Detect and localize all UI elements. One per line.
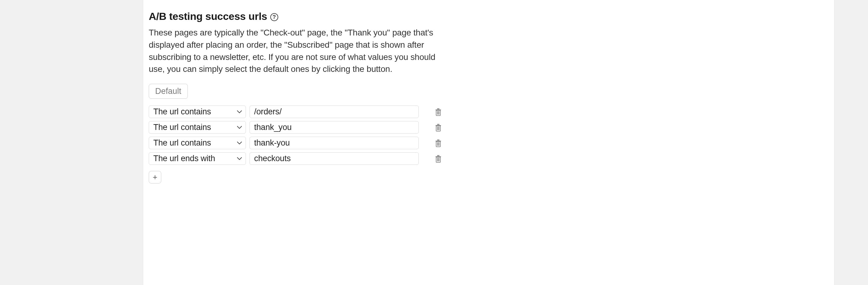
rules-list: The url containsThe url containsThe url …: [149, 106, 445, 165]
condition-select-display[interactable]: The url contains: [149, 121, 246, 134]
condition-label: The url ends with: [153, 154, 215, 163]
condition-select[interactable]: The url contains: [149, 106, 246, 118]
rule-row: The url ends with: [149, 152, 445, 165]
condition-select[interactable]: The url contains: [149, 121, 246, 134]
section-title: A/B testing success urls: [149, 10, 267, 22]
section-description: These pages are typically the "Check-out…: [149, 27, 445, 75]
left-sidebar-gutter: [0, 0, 127, 285]
trash-icon: [435, 108, 442, 116]
url-value-input[interactable]: [250, 106, 419, 118]
svg-rect-11: [437, 139, 439, 140]
delete-rule-button[interactable]: [431, 139, 445, 147]
condition-label: The url contains: [153, 138, 211, 148]
delete-rule-button[interactable]: [431, 154, 445, 163]
url-value-input[interactable]: [250, 121, 419, 134]
default-button[interactable]: Default: [149, 84, 188, 99]
add-rule-button[interactable]: +: [149, 171, 161, 183]
url-value-input[interactable]: [250, 137, 419, 149]
main-card-wrapper: A/B testing success urls ? These pages a…: [127, 0, 850, 285]
trash-icon: [435, 154, 442, 163]
url-value-input[interactable]: [250, 152, 419, 165]
trash-icon: [435, 123, 442, 132]
condition-label: The url contains: [153, 123, 211, 132]
section-heading-row: A/B testing success urls ?: [149, 10, 834, 22]
condition-label: The url contains: [153, 107, 211, 116]
rule-row: The url contains: [149, 106, 445, 118]
rule-row: The url contains: [149, 121, 445, 134]
svg-rect-16: [437, 155, 439, 156]
settings-card: A/B testing success urls ? These pages a…: [143, 0, 834, 285]
condition-select-display[interactable]: The url contains: [149, 137, 246, 149]
condition-select-display[interactable]: The url ends with: [149, 152, 246, 165]
plus-icon: +: [153, 172, 157, 182]
condition-select-display[interactable]: The url contains: [149, 106, 246, 118]
trash-icon: [435, 139, 442, 147]
delete-rule-button[interactable]: [431, 123, 445, 132]
delete-rule-button[interactable]: [431, 108, 445, 116]
help-icon[interactable]: ?: [270, 13, 278, 21]
condition-select[interactable]: The url ends with: [149, 152, 246, 165]
right-gutter: [850, 0, 868, 285]
rules-container: The url containsThe url containsThe url …: [149, 106, 445, 183]
condition-select[interactable]: The url contains: [149, 137, 246, 149]
svg-rect-6: [437, 124, 439, 125]
rule-row: The url contains: [149, 137, 445, 149]
svg-rect-1: [437, 108, 439, 109]
